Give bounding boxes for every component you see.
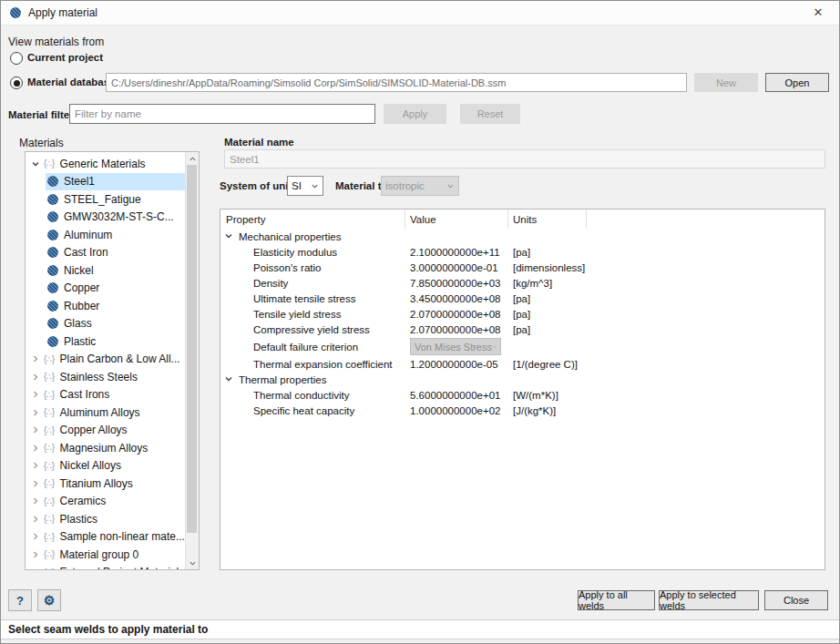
property-row-ultimate-tensile-stress[interactable]: Ultimate tensile stress3.4500000000e+08[… xyxy=(220,291,825,306)
chevron-down-icon[interactable] xyxy=(224,231,233,242)
tree-item-plain-carbon-low-all[interactable]: {∴}Plain Carbon & Low All... xyxy=(26,351,185,369)
property-row-compressive-yield-stress[interactable]: Compressive yield stress2.0700000000e+08… xyxy=(220,322,825,337)
property-row-poisson-s-ratio[interactable]: Poisson's ratio3.0000000000e-01[dimensio… xyxy=(220,260,825,275)
apply-to-all-welds-button[interactable]: Apply to all welds xyxy=(578,590,655,610)
current-project-label[interactable]: Current project xyxy=(27,52,103,63)
tree-item-steel1[interactable]: Steel1 xyxy=(26,173,185,191)
help-button[interactable]: ? xyxy=(8,589,32,611)
chevron-right-icon[interactable] xyxy=(29,373,42,382)
tree-item-content[interactable]: {∴}Ceramics xyxy=(42,493,185,511)
tree-item-cast-iron[interactable]: Cast Iron xyxy=(26,244,185,262)
scrollbar-thumb[interactable] xyxy=(187,165,197,533)
tree-item-content[interactable]: {∴}External Project Materials xyxy=(42,564,185,571)
property-row-elasticity-modulus[interactable]: Elasticity modulus2.1000000000e+11[pa] xyxy=(220,244,825,260)
tree-item-external-project-materials[interactable]: {∴}External Project Materials xyxy=(26,564,185,571)
chevron-right-icon[interactable] xyxy=(29,496,42,506)
system-of-units-select[interactable]: SI xyxy=(287,176,323,196)
new-button[interactable]: New xyxy=(694,73,758,92)
material-database-label[interactable]: Material database xyxy=(27,77,116,87)
failure-criterion-select[interactable]: Von Mises Stress xyxy=(410,338,501,355)
tree-item-content[interactable]: Cast Iron xyxy=(46,244,185,262)
tree-item-nickel[interactable]: Nickel xyxy=(26,261,185,280)
tree-item-content[interactable]: {∴}Plastics xyxy=(42,510,185,528)
column-header-property[interactable]: Property xyxy=(220,210,405,229)
tree-item-content[interactable]: {∴}Aluminum Alloys xyxy=(42,404,185,422)
chevron-right-icon[interactable] xyxy=(29,461,42,470)
tree-item-copper[interactable]: Copper xyxy=(26,280,185,298)
tree-item-content[interactable]: {∴}Magnesium Alloys xyxy=(42,439,185,457)
chevron-right-icon[interactable] xyxy=(29,532,42,541)
chevron-right-icon[interactable] xyxy=(29,567,42,570)
tree-item-content[interactable]: {∴}Generic Materials xyxy=(42,155,185,173)
tree-item-gmw3032m-st-s-c[interactable]: GMW3032M-ST-S-C... xyxy=(26,209,185,227)
chevron-right-icon[interactable] xyxy=(29,408,42,417)
tree-item-content[interactable]: Glass xyxy=(46,315,185,333)
filter-reset-button[interactable]: Reset xyxy=(460,104,520,124)
tree-item-rubber[interactable]: Rubber xyxy=(26,297,185,315)
tree-item-content[interactable]: {∴}Plain Carbon & Low All... xyxy=(42,351,185,369)
tree-item-aluminum[interactable]: Aluminum xyxy=(26,226,185,244)
tree-item-glass[interactable]: Glass xyxy=(26,315,185,333)
property-row-thermal-expansion-coefficient[interactable]: Thermal expansion coefficient1.200000000… xyxy=(220,356,825,372)
property-row-density[interactable]: Density7.8500000000e+03[kg/m^3] xyxy=(220,275,825,291)
material-database-radio[interactable] xyxy=(10,77,23,89)
material-type-select[interactable]: isotropic xyxy=(381,176,459,196)
tree-item-content[interactable]: Plastic xyxy=(46,332,185,351)
chevron-right-icon[interactable] xyxy=(29,479,42,488)
tree-item-content[interactable]: Rubber xyxy=(46,297,185,315)
property-row-mechanical-properties[interactable]: Mechanical properties xyxy=(220,229,825,244)
column-header-units[interactable]: Units xyxy=(508,210,587,229)
property-row-thermal-conductivity[interactable]: Thermal conductivity5.6000000000e+01[W/(… xyxy=(220,387,825,403)
tree-item-plastic[interactable]: Plastic xyxy=(26,332,185,351)
tree-item-content[interactable]: {∴}Nickel Alloys xyxy=(42,457,185,475)
open-button[interactable]: Open xyxy=(765,73,829,92)
chevron-right-icon[interactable] xyxy=(29,425,42,434)
tree-item-content[interactable]: {∴}Sample non-linear mate... xyxy=(42,528,185,547)
tree-item-content[interactable]: Aluminum xyxy=(46,226,185,244)
tree-item-content[interactable]: {∴}Titanium Alloys xyxy=(42,475,185,493)
chevron-right-icon[interactable] xyxy=(29,390,42,399)
tree-item-sample-non-linear-mate[interactable]: {∴}Sample non-linear mate... xyxy=(26,528,185,547)
tree-item-content[interactable]: Nickel xyxy=(46,261,185,280)
chevron-down-icon[interactable] xyxy=(224,374,233,385)
close-button[interactable]: Close xyxy=(764,590,828,610)
scroll-up-icon[interactable] xyxy=(186,152,199,165)
tree-item-content[interactable]: {∴}Stainless Steels xyxy=(42,368,185,386)
tree-item-titanium-alloys[interactable]: {∴}Titanium Alloys xyxy=(26,475,185,493)
chevron-down-icon[interactable] xyxy=(29,159,42,169)
tree-item-content[interactable]: Steel1 xyxy=(46,173,185,191)
current-project-radio[interactable] xyxy=(10,52,23,65)
chevron-right-icon[interactable] xyxy=(29,444,42,453)
property-row-thermal-properties[interactable]: Thermal properties xyxy=(220,372,825,387)
tree-item-magnesium-alloys[interactable]: {∴}Magnesium Alloys xyxy=(26,439,185,457)
scroll-down-icon[interactable] xyxy=(186,557,199,569)
tree-scrollbar[interactable] xyxy=(185,152,199,569)
tree-item-ceramics[interactable]: {∴}Ceramics xyxy=(26,493,185,511)
database-path-field[interactable]: C:/Users/dineshr/AppData/Roaming/Simsoli… xyxy=(106,73,687,92)
apply-to-selected-welds-button[interactable]: Apply to selected welds xyxy=(659,590,759,610)
column-header-value[interactable]: Value xyxy=(405,210,508,229)
chevron-right-icon[interactable] xyxy=(29,515,42,524)
tree-item-steel-fatigue[interactable]: STEEL_Fatigue xyxy=(26,190,185,209)
tree-item-cast-irons[interactable]: {∴}Cast Irons xyxy=(26,386,185,404)
tree-item-material-group-0[interactable]: {∴}Material group 0 xyxy=(26,546,185,564)
settings-button[interactable]: ⚙ xyxy=(37,589,61,611)
tree-item-aluminum-alloys[interactable]: {∴}Aluminum Alloys xyxy=(26,404,185,422)
tree-item-content[interactable]: {∴}Copper Alloys xyxy=(42,422,185,440)
chevron-right-icon[interactable] xyxy=(29,354,42,363)
tree-item-content[interactable]: {∴}Cast Irons xyxy=(42,386,185,404)
tree-item-plastics[interactable]: {∴}Plastics xyxy=(26,510,185,528)
filter-apply-button[interactable]: Apply xyxy=(384,104,446,124)
tree-item-stainless-steels[interactable]: {∴}Stainless Steels xyxy=(26,368,185,386)
tree-item-generic-materials[interactable]: {∴}Generic Materials xyxy=(26,155,185,173)
tree-item-content[interactable]: GMW3032M-ST-S-C... xyxy=(46,209,185,227)
tree-item-nickel-alloys[interactable]: {∴}Nickel Alloys xyxy=(26,457,185,475)
tree-item-content[interactable]: STEEL_Fatigue xyxy=(46,190,185,209)
tree-item-content[interactable]: Copper xyxy=(46,280,185,298)
filter-input[interactable] xyxy=(69,104,375,124)
tree-item-content[interactable]: {∴}Material group 0 xyxy=(42,546,185,564)
property-row-default-failure-criterion[interactable]: Default failure criterionVon Mises Stres… xyxy=(220,337,825,356)
chevron-right-icon[interactable] xyxy=(29,550,42,559)
property-row-specific-heat-capacity[interactable]: Specific heat capacity1.0000000000e+02[J… xyxy=(220,403,825,418)
property-row-tensile-yield-stress[interactable]: Tensile yield stress2.0700000000e+08[pa] xyxy=(220,306,825,322)
